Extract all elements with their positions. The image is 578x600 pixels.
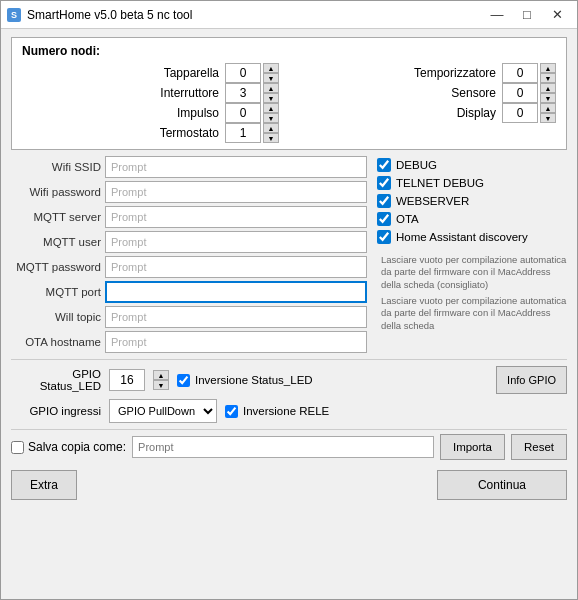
checkbox-telnet-debug[interactable] (377, 176, 391, 190)
spinner-input-interruttore[interactable] (225, 83, 261, 103)
close-button[interactable]: ✕ (543, 5, 571, 25)
node-row-display: Display ▲ ▼ (299, 103, 556, 123)
node-row-termostato: Termostato ▲ ▼ (22, 123, 279, 143)
node-label-interruttore: Interruttore (139, 86, 219, 100)
input-mqtt-server[interactable] (105, 206, 367, 228)
input-mqtt-user[interactable] (105, 231, 367, 253)
gpio-ingressi-select[interactable]: GPIO PullDown GPIO PullUp (109, 399, 217, 423)
check-label-ha-discovery: Home Assistant discovery (396, 231, 528, 243)
node-row-tapparella: Tapparella ▲ ▼ (22, 63, 279, 83)
spinner-up-termostato[interactable]: ▲ (263, 123, 279, 133)
checkbox-ota[interactable] (377, 212, 391, 226)
spinner-temporizzatore: ▲ ▼ (502, 63, 556, 83)
main-window: S SmartHome v5.0 beta 5 nc tool — □ ✕ Nu… (0, 0, 578, 600)
spinner-down-impulso[interactable]: ▼ (263, 113, 279, 123)
spinner-termostato: ▲ ▼ (225, 123, 279, 143)
label-mqtt-password: MQTT password (11, 261, 101, 273)
input-mqtt-password[interactable] (105, 256, 367, 278)
node-label-impulso: Impulso (139, 106, 219, 120)
node-label-sensore: Sensore (406, 86, 496, 100)
spinner-btns-temporizzatore: ▲ ▼ (540, 63, 556, 83)
spinner-display: ▲ ▼ (502, 103, 556, 123)
spinner-input-termostato[interactable] (225, 123, 261, 143)
spinner-input-impulso[interactable] (225, 103, 261, 123)
app-icon: S (7, 8, 21, 22)
node-row-sensore: Sensore ▲ ▼ (299, 83, 556, 103)
salva-copia-group: Salva copia come: (11, 440, 126, 454)
title-bar-controls: — □ ✕ (483, 5, 571, 25)
node-label-termostato: Termostato (139, 126, 219, 140)
notes-container: Lasciare vuoto per compilazione automati… (377, 254, 567, 332)
spinner-down-sensore[interactable]: ▼ (540, 93, 556, 103)
importa-button[interactable]: Importa (440, 434, 505, 460)
gpio-status-led-spinner-btns: ▲ ▼ (153, 370, 169, 390)
title-bar: S SmartHome v5.0 beta 5 nc tool — □ ✕ (1, 1, 577, 29)
bottom-row: Salva copia come: Importa Reset (11, 429, 567, 460)
salva-input[interactable] (132, 436, 434, 458)
check-label-telnet-debug: TELNET DEBUG (396, 177, 484, 189)
input-mqtt-port[interactable] (105, 281, 367, 303)
maximize-button[interactable]: □ (513, 5, 541, 25)
check-row-ha-discovery: Home Assistant discovery (377, 230, 567, 244)
checkbox-salva-copia[interactable] (11, 441, 24, 454)
spinner-btns-display: ▲ ▼ (540, 103, 556, 123)
gpio-status-led-row: GPIO Status_LED ▲ ▼ Inversione Status_LE… (11, 366, 567, 394)
nodes-section: Numero nodi: Tapparella ▲ ▼ (11, 37, 567, 150)
spinner-down-temporizzatore[interactable]: ▼ (540, 73, 556, 83)
checkbox-inversione-rele[interactable] (225, 405, 238, 418)
label-wifi-password: Wifi password (11, 186, 101, 198)
spinner-down-interruttore[interactable]: ▼ (263, 93, 279, 103)
nodes-left-col: Tapparella ▲ ▼ Interruttore (22, 63, 279, 143)
spinner-btns-impulso: ▲ ▼ (263, 103, 279, 123)
spinner-input-display[interactable] (502, 103, 538, 123)
checkbox-webserver[interactable] (377, 194, 391, 208)
input-will-topic[interactable] (105, 306, 367, 328)
spinner-btns-interruttore: ▲ ▼ (263, 83, 279, 103)
form-row-wifi-ssid: Wifi SSID (11, 156, 367, 178)
extra-button[interactable]: Extra (11, 470, 77, 500)
gpio-status-led-input[interactable] (109, 369, 145, 391)
checkbox-ha-discovery[interactable] (377, 230, 391, 244)
form-row-ota-hostname: OTA hostname (11, 331, 367, 353)
input-ota-hostname[interactable] (105, 331, 367, 353)
nodes-grid: Tapparella ▲ ▼ Interruttore (22, 63, 556, 143)
check-label-webserver: WEBSERVER (396, 195, 469, 207)
gpio-inversione-status-row: Inversione Status_LED (177, 374, 488, 387)
info-gpio-button[interactable]: Info GPIO (496, 366, 567, 394)
spinner-input-tapparella[interactable] (225, 63, 261, 83)
spinner-up-display[interactable]: ▲ (540, 103, 556, 113)
spinner-input-temporizzatore[interactable] (502, 63, 538, 83)
spinner-down-tapparella[interactable]: ▼ (263, 73, 279, 83)
gpio-status-led-up[interactable]: ▲ (153, 370, 169, 380)
spinner-down-display[interactable]: ▼ (540, 113, 556, 123)
spinner-up-temporizzatore[interactable]: ▲ (540, 63, 556, 73)
node-label-tapparella: Tapparella (139, 66, 219, 80)
node-label-display: Display (406, 106, 496, 120)
reset-button[interactable]: Reset (511, 434, 567, 460)
gpio-status-led-down[interactable]: ▼ (153, 380, 169, 390)
checkbox-debug[interactable] (377, 158, 391, 172)
label-wifi-ssid: Wifi SSID (11, 161, 101, 173)
input-wifi-ssid[interactable] (105, 156, 367, 178)
footer-row: Extra Continua (11, 466, 567, 500)
node-row-temporizzatore: Temporizzatore ▲ ▼ (299, 63, 556, 83)
minimize-button[interactable]: — (483, 5, 511, 25)
label-mqtt-user: MQTT user (11, 236, 101, 248)
check-row-ota: OTA (377, 212, 567, 226)
note-2: Lasciare vuoto per compilazione automati… (381, 295, 567, 332)
gpio-section: GPIO Status_LED ▲ ▼ Inversione Status_LE… (11, 359, 567, 423)
spinner-up-interruttore[interactable]: ▲ (263, 83, 279, 93)
check-row-webserver: WEBSERVER (377, 194, 567, 208)
spinner-down-termostato[interactable]: ▼ (263, 133, 279, 143)
spinner-btns-termostato: ▲ ▼ (263, 123, 279, 143)
nodes-right-col: Temporizzatore ▲ ▼ Sensore (299, 63, 556, 143)
spinner-input-sensore[interactable] (502, 83, 538, 103)
checkbox-inversione-status-led[interactable] (177, 374, 190, 387)
input-wifi-password[interactable] (105, 181, 367, 203)
spinner-up-impulso[interactable]: ▲ (263, 103, 279, 113)
main-content: Numero nodi: Tapparella ▲ ▼ (1, 29, 577, 599)
spinner-up-sensore[interactable]: ▲ (540, 83, 556, 93)
continua-button[interactable]: Continua (437, 470, 567, 500)
spinner-up-tapparella[interactable]: ▲ (263, 63, 279, 73)
form-section: Wifi SSID Wifi password MQTT server MQTT… (11, 156, 567, 353)
